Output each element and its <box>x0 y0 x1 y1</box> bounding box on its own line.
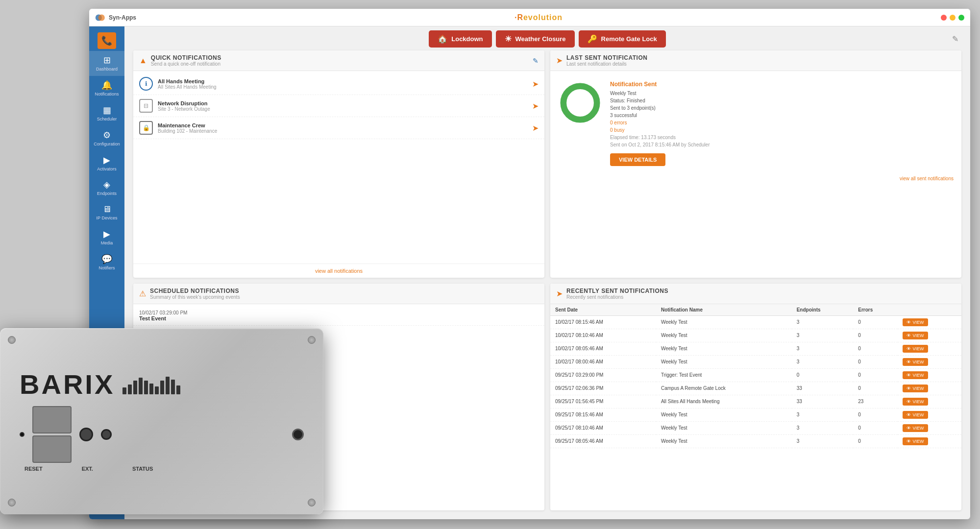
recent-table-head: Sent Date Notification Name Endpoints Er… <box>550 304 961 316</box>
view-button-2[interactable]: 👁VIEW <box>903 345 928 353</box>
weather-closure-button[interactable]: ☀ Weather Closure <box>496 30 575 48</box>
sidebar-item-activators[interactable]: ▶ Activators <box>89 151 124 176</box>
row-3-name: Weekly Test <box>656 355 792 368</box>
remote-gate-lock-button[interactable]: 🔑 Remote Gate Lock <box>579 30 666 48</box>
sidebar-item-notifications[interactable]: 🔔 Notifications <box>89 76 124 101</box>
bar-6 <box>149 384 153 394</box>
sidebar-item-dashboard[interactable]: ⊞ Dashboard <box>89 51 124 76</box>
row-9-date: 09/25/17 08:05:46 AM <box>550 434 656 448</box>
sidebar-item-endpoints[interactable]: ◈ Endpoints <box>89 175 124 200</box>
sidebar-item-media[interactable]: ▶ Media <box>89 225 124 250</box>
row-4-endpoints: 0 <box>792 368 854 382</box>
notif-item-maintenance[interactable]: 🔒 Maintenance Crew Building 102 - Mainte… <box>133 117 544 139</box>
window-controls[interactable] <box>941 15 964 21</box>
top-edit-icon[interactable]: ✎ <box>948 32 962 46</box>
row-0-name: Weekly Test <box>656 315 792 329</box>
screw-br <box>308 499 316 506</box>
sidebar-item-scheduler[interactable]: ▦ Scheduler <box>89 101 124 126</box>
usb-ports <box>32 406 72 463</box>
title-bar: Syn-Apps ·Revolution <box>89 9 970 26</box>
view-button-7[interactable]: 👁VIEW <box>903 411 928 419</box>
maintenance-send-icon[interactable]: ➤ <box>532 123 539 133</box>
sidebar-item-notifiers[interactable]: 💬 Notifiers <box>89 250 124 275</box>
view-button-9[interactable]: 👁VIEW <box>903 437 928 445</box>
row-4-name: Trigger: Test Event <box>656 368 792 382</box>
view-button-3[interactable]: 👁VIEW <box>903 358 928 366</box>
view-button-0[interactable]: 👁VIEW <box>903 318 928 326</box>
bar-1 <box>122 387 126 394</box>
scheduled-title: SCHEDULED NOTIFICATIONS <box>150 288 240 294</box>
sidebar-item-ip-devices[interactable]: 🖥 IP Devices <box>89 200 124 225</box>
view-btn-icon-2: 👁 <box>906 346 911 351</box>
row-1-errors: 0 <box>853 329 898 342</box>
reset-label: RESET <box>24 466 43 472</box>
view-btn-icon-4: 👁 <box>906 373 911 378</box>
row-2-endpoints: 3 <box>792 342 854 355</box>
last-sent-subtitle: Last sent notification details <box>566 61 647 67</box>
scheduler-icon: ▦ <box>103 105 111 116</box>
sidebar-label-notifications: Notifications <box>95 92 119 97</box>
lockdown-button[interactable]: 🏠 Lockdown <box>429 30 491 48</box>
row-7-name: Weekly Test <box>656 408 792 421</box>
row-4-action: 👁VIEW <box>898 368 961 382</box>
view-all-notifications[interactable]: view all notifications <box>133 264 544 278</box>
sidebar-label-notifiers: Notifiers <box>98 266 115 271</box>
notif-item-all-hands[interactable]: ℹ All Hands Meeting All Sites All Hands … <box>133 73 544 95</box>
top-buttons-row: 🏠 Lockdown ☀ Weather Closure 🔑 Remote Ga… <box>124 26 970 48</box>
ip-devices-icon: 🖥 <box>102 204 111 215</box>
audio-port-2 <box>101 429 112 440</box>
view-button-4[interactable]: 👁VIEW <box>903 371 928 379</box>
view-btn-icon-9: 👁 <box>906 439 911 444</box>
recent-row-8: 09/25/17 08:10:46 AM Weekly Test 3 0 👁VI… <box>550 421 961 434</box>
minimize-button[interactable] <box>950 15 956 21</box>
svg-point-3 <box>564 86 597 120</box>
all-hands-name: All Hands Meeting <box>158 78 527 84</box>
notif-item-network[interactable]: ⊟ Network Disruption Site 3 - Network Ou… <box>133 95 544 117</box>
close-button[interactable] <box>941 15 947 21</box>
quick-notifications-header: ▲ QUICK NOTIFICATIONS Send a quick one-o… <box>133 50 544 71</box>
bar-9 <box>166 377 170 394</box>
view-details-button[interactable]: VIEW DETAILS <box>610 153 665 166</box>
phone-icon[interactable]: 📞 <box>98 32 116 49</box>
usb-port-bottom <box>32 435 72 463</box>
all-hands-send-icon[interactable]: ➤ <box>532 79 539 89</box>
last-sent-body: Notification Sent Weekly Test Status: Fi… <box>550 73 961 174</box>
view-all-sent-link[interactable]: view all sent notifications <box>550 176 961 185</box>
view-button-8[interactable]: 👁VIEW <box>903 424 928 432</box>
view-btn-icon-0: 👁 <box>906 320 911 325</box>
view-button-6[interactable]: 👁VIEW <box>903 398 928 406</box>
recent-row-4: 09/25/17 03:29:00 PM Trigger: Test Event… <box>550 368 961 382</box>
recent-table: Sent Date Notification Name Endpoints Er… <box>550 304 961 448</box>
col-action <box>898 304 961 316</box>
quick-notifications-body: ℹ All Hands Meeting All Sites All Hands … <box>133 71 544 264</box>
row-7-action: 👁VIEW <box>898 408 961 421</box>
row-5-action: 👁VIEW <box>898 382 961 395</box>
row-0-errors: 0 <box>853 315 898 329</box>
row-8-endpoints: 3 <box>792 421 854 434</box>
barix-brand-text: BARIX <box>20 371 115 398</box>
sidebar-label-ip-devices: IP Devices <box>97 216 118 221</box>
quick-notifications-edit-icon[interactable]: ✎ <box>533 57 539 65</box>
row-2-errors: 0 <box>853 342 898 355</box>
maintenance-icon: 🔒 <box>139 121 153 135</box>
audio-port-1 <box>79 428 93 441</box>
network-send-icon[interactable]: ➤ <box>532 101 539 111</box>
view-button-1[interactable]: 👁VIEW <box>903 332 928 339</box>
view-button-5[interactable]: 👁VIEW <box>903 385 928 392</box>
row-9-endpoints: 3 <box>792 434 854 448</box>
maximize-button[interactable] <box>958 15 964 21</box>
last-sent-sent-to: Sent to 3 endpoint(s) <box>610 104 954 112</box>
svg-point-1 <box>98 14 105 21</box>
view-btn-icon-6: 👁 <box>906 399 911 404</box>
col-sent-date: Sent Date <box>550 304 656 316</box>
headphone-jack <box>292 429 304 440</box>
recent-row-1: 10/02/17 08:10:46 AM Weekly Test 3 0 👁VI… <box>550 329 961 342</box>
top-buttons-center: 🏠 Lockdown ☀ Weather Closure 🔑 Remote Ga… <box>429 30 666 48</box>
sidebar-item-configuration[interactable]: ⚙ Configuration <box>89 126 124 151</box>
weather-icon: ☀ <box>505 34 512 44</box>
row-3-action: 👁VIEW <box>898 355 961 368</box>
row-2-date: 10/02/17 08:05:46 AM <box>550 342 656 355</box>
recently-sent-title: RECENTLY SENT NOTIFICATIONS <box>566 288 668 294</box>
title-r: ·R <box>514 13 523 22</box>
barix-body: BARIX <box>0 328 323 514</box>
